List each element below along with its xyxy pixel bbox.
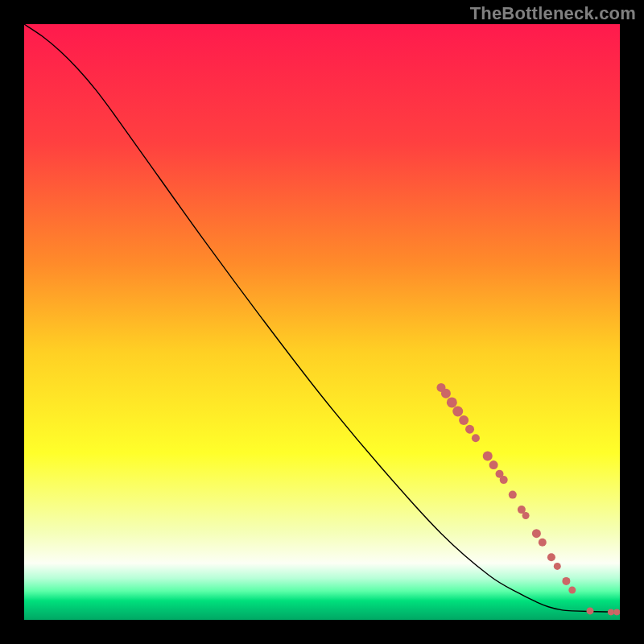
data-marker bbox=[472, 434, 480, 442]
data-marker bbox=[532, 529, 541, 538]
data-marker bbox=[613, 609, 620, 615]
data-marker bbox=[608, 609, 614, 615]
data-marker bbox=[547, 553, 555, 561]
watermark-text: TheBottleneck.com bbox=[470, 3, 636, 24]
data-marker bbox=[447, 397, 457, 407]
data-marker bbox=[489, 460, 498, 469]
data-marker bbox=[500, 476, 508, 484]
data-marker bbox=[568, 587, 576, 594]
plot-area bbox=[24, 24, 620, 620]
data-marker bbox=[509, 491, 517, 499]
data-marker bbox=[554, 563, 561, 570]
data-marker bbox=[441, 389, 451, 398]
data-marker bbox=[459, 415, 469, 425]
data-marker bbox=[483, 452, 493, 461]
chart-frame: TheBottleneck.com bbox=[0, 0, 644, 644]
data-marker bbox=[562, 577, 570, 585]
data-marker bbox=[539, 539, 547, 547]
plot-svg bbox=[24, 24, 620, 620]
data-marker bbox=[587, 607, 594, 614]
data-marker bbox=[522, 512, 530, 519]
data-marker bbox=[465, 425, 474, 434]
data-marker bbox=[452, 407, 463, 417]
